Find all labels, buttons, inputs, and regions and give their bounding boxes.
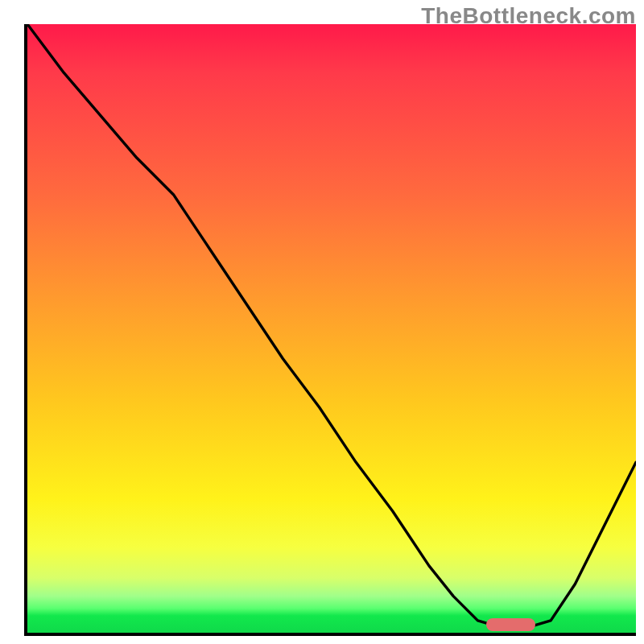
marker-bar	[486, 618, 535, 631]
plot-area	[24, 24, 636, 636]
chart-canvas: TheBottleneck.com	[0, 0, 644, 644]
watermark-text: TheBottleneck.com	[421, 3, 636, 29]
curve-line	[27, 24, 636, 633]
